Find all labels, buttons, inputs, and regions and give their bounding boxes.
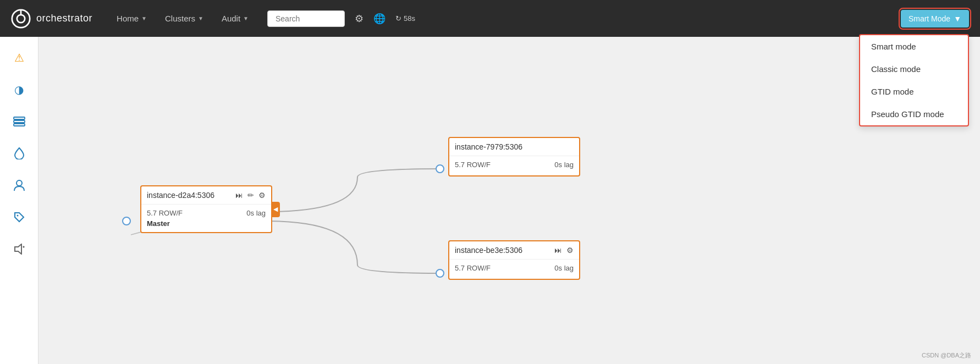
home-arrow-icon: ▼ bbox=[141, 15, 147, 21]
navbar-nav: Home ▼ Clusters ▼ Audit ▼ bbox=[109, 9, 256, 27]
master-node-header: instance-d2a4:5306 ⏭ ✏ ⚙ bbox=[141, 186, 271, 205]
mode-dropdown-menu: Smart mode Classic mode GTID mode Pseudo… bbox=[859, 34, 969, 126]
replica2-node: instance-be3e:5306 ⏭ ⚙ 5.7 ROW/F 0s lag bbox=[448, 240, 580, 280]
sidebar-item-schema[interactable] bbox=[9, 112, 29, 131]
svg-point-1 bbox=[17, 14, 25, 22]
replica2-node-header: instance-be3e:5306 ⏭ ⚙ bbox=[449, 241, 579, 260]
svg-line-10 bbox=[23, 246, 24, 247]
globe-icon[interactable]: 🌐 bbox=[373, 13, 386, 25]
replica2-version: 5.7 ROW/F bbox=[455, 264, 491, 272]
replica2-settings-icon[interactable]: ⚙ bbox=[566, 246, 574, 255]
master-node-name: instance-d2a4:5306 bbox=[147, 191, 214, 200]
nav-clusters[interactable]: Clusters ▼ bbox=[157, 9, 211, 27]
replica1-info-row: 5.7 ROW/F 0s lag bbox=[455, 161, 574, 169]
brand: orchestrator bbox=[11, 9, 92, 29]
replica1-node-header: instance-7979:5306 bbox=[449, 138, 579, 156]
master-lag: 0s lag bbox=[246, 209, 266, 217]
sidebar-item-contrast[interactable]: ◑ bbox=[9, 80, 29, 100]
navbar: orchestrator Home ▼ Clusters ▼ Audit ▼ ⚙… bbox=[0, 0, 980, 37]
master-settings-icon[interactable]: ⚙ bbox=[258, 191, 266, 200]
svg-point-13 bbox=[436, 269, 444, 277]
svg-point-14 bbox=[123, 217, 130, 225]
replica1-node-body: 5.7 ROW/F 0s lag bbox=[449, 156, 579, 175]
settings-icon[interactable]: ⚙ bbox=[355, 13, 364, 25]
replica2-info-row: 5.7 ROW/F 0s lag bbox=[455, 264, 574, 272]
brand-logo bbox=[11, 9, 31, 29]
main-content: instance-d2a4:5306 ⏭ ✏ ⚙ 5.7 ROW/F 0s la… bbox=[38, 37, 980, 364]
topology-canvas: instance-d2a4:5306 ⏭ ✏ ⚙ 5.7 ROW/F 0s la… bbox=[38, 37, 980, 364]
svg-rect-3 bbox=[14, 117, 25, 119]
master-edit-icon[interactable]: ✏ bbox=[247, 191, 254, 200]
replica2-node-actions: ⏭ ⚙ bbox=[554, 246, 574, 255]
search-input[interactable] bbox=[267, 10, 345, 27]
dropdown-item-gtid-mode[interactable]: GTID mode bbox=[860, 80, 968, 103]
svg-rect-4 bbox=[14, 120, 25, 123]
smart-mode-button[interactable]: Smart Mode ▼ bbox=[901, 10, 969, 27]
smart-mode-arrow-icon: ▼ bbox=[954, 14, 961, 23]
brand-name: orchestrator bbox=[36, 13, 92, 24]
navbar-icons: ⚙ 🌐 ↻ 58s bbox=[355, 13, 415, 25]
audit-arrow-icon: ▼ bbox=[243, 15, 249, 21]
replica2-lag: 0s lag bbox=[554, 264, 574, 272]
replica1-node: instance-7979:5306 5.7 ROW/F 0s lag bbox=[448, 137, 580, 177]
nav-home[interactable]: Home ▼ bbox=[109, 9, 155, 27]
master-expand-tab[interactable]: ◀ bbox=[271, 202, 280, 217]
svg-point-6 bbox=[16, 180, 22, 186]
master-version: 5.7 ROW/F bbox=[147, 209, 183, 217]
smart-mode-dropdown-wrapper: Smart Mode ▼ Smart mode Classic mode GTI… bbox=[895, 10, 969, 27]
timer-display: ↻ 58s bbox=[395, 14, 415, 23]
svg-point-12 bbox=[436, 165, 444, 173]
svg-rect-5 bbox=[14, 124, 25, 126]
replica1-node-name: instance-7979:5306 bbox=[455, 142, 522, 151]
svg-point-7 bbox=[16, 215, 18, 217]
replica1-lag: 0s lag bbox=[554, 161, 574, 169]
nav-audit[interactable]: Audit ▼ bbox=[214, 9, 256, 27]
sidebar-item-drop[interactable] bbox=[9, 144, 29, 163]
master-node-actions: ⏭ ✏ ⚙ bbox=[235, 191, 266, 200]
master-info-row: 5.7 ROW/F 0s lag bbox=[147, 209, 266, 217]
replica2-node-body: 5.7 ROW/F 0s lag bbox=[449, 260, 579, 279]
replica2-skip-icon[interactable]: ⏭ bbox=[554, 246, 562, 255]
sidebar-item-warnings[interactable]: ⚠ bbox=[9, 48, 29, 68]
master-node-body: 5.7 ROW/F 0s lag Master bbox=[141, 205, 271, 232]
sidebar-item-mute[interactable] bbox=[9, 239, 29, 259]
dropdown-item-pseudo-gtid-mode[interactable]: Pseudo GTID mode bbox=[860, 103, 968, 125]
dropdown-item-smart-mode[interactable]: Smart mode bbox=[860, 35, 968, 58]
footer-credit: CSDN @DBA之路 bbox=[922, 351, 971, 360]
master-skip-icon[interactable]: ⏭ bbox=[235, 191, 243, 200]
refresh-icon[interactable]: ↻ bbox=[395, 14, 401, 23]
clusters-arrow-icon: ▼ bbox=[198, 15, 203, 21]
master-node: instance-d2a4:5306 ⏭ ✏ ⚙ 5.7 ROW/F 0s la… bbox=[140, 185, 272, 233]
svg-marker-8 bbox=[15, 244, 21, 254]
sidebar-item-user[interactable] bbox=[9, 175, 29, 195]
replica2-node-name: instance-be3e:5306 bbox=[455, 246, 522, 255]
replica1-version: 5.7 ROW/F bbox=[455, 161, 491, 169]
sidebar-item-tag[interactable] bbox=[9, 207, 29, 227]
dropdown-item-classic-mode[interactable]: Classic mode bbox=[860, 58, 968, 80]
master-role-label: Master bbox=[147, 219, 266, 228]
sidebar: ⚠ ◑ bbox=[0, 37, 38, 364]
